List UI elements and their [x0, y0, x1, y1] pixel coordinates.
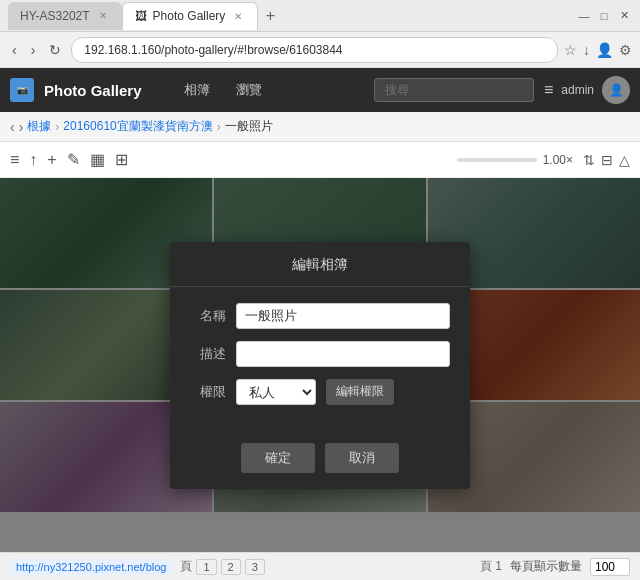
status-right: 頁 1 每頁顯示數量	[480, 558, 630, 576]
app-logo: 📷	[10, 78, 34, 102]
zoom-value: 1.00×	[543, 153, 573, 167]
logo-text: 📷	[17, 85, 28, 95]
status-url: http://ny321250.pixnet.net/blog	[10, 559, 172, 575]
confirm-button[interactable]: 確定	[241, 443, 315, 473]
header-icons: ≡ admin 👤	[544, 76, 630, 104]
tab-close-active[interactable]: ✕	[231, 9, 245, 23]
perm-label: 權限	[190, 383, 226, 401]
bc-back-arrow[interactable]: ‹	[10, 119, 15, 135]
bc-sep2: ›	[217, 120, 221, 134]
modal-title: 編輯相簿	[170, 242, 470, 287]
edit-icon[interactable]: ✎	[67, 150, 80, 169]
nav-browse[interactable]: 瀏覽	[224, 75, 274, 105]
bc-forward-arrow[interactable]: ›	[19, 119, 24, 135]
bc-current: 一般照片	[225, 118, 273, 135]
name-input[interactable]	[236, 303, 450, 329]
slideshow-icon[interactable]: ▦	[90, 150, 105, 169]
page-current-num: 1	[495, 559, 502, 573]
status-bar: http://ny321250.pixnet.net/blog 頁 1 2 3 …	[0, 552, 640, 580]
profile-icon[interactable]: 👤	[596, 42, 613, 58]
expand-icon[interactable]: △	[619, 152, 630, 168]
desc-row: 描述	[190, 341, 450, 367]
page-current-label: 頁 1	[480, 558, 502, 575]
content-area: 編輯相簿 名稱 描述 權限	[0, 178, 640, 552]
breadcrumb-bar: ‹ › 根據 › 20160610宜蘭製漆貨南方澳 › 一般照片	[0, 112, 640, 142]
page-btn-1[interactable]: 1	[196, 559, 216, 575]
page-label: 頁	[180, 558, 192, 575]
forward-button[interactable]: ›	[27, 40, 40, 60]
perm-select[interactable]: 私人 公開 自訂	[236, 379, 316, 405]
star-icon[interactable]: ☆	[564, 42, 577, 58]
name-label: 名稱	[190, 307, 226, 325]
user-avatar[interactable]: 👤	[602, 76, 630, 104]
per-page-input[interactable]	[590, 558, 630, 576]
browser-addressbar: ‹ › ↻ ☆ ↓ 👤 ⚙	[0, 32, 640, 68]
desc-label: 描述	[190, 345, 226, 363]
page-btn-3[interactable]: 3	[245, 559, 265, 575]
page-btn-2[interactable]: 2	[221, 559, 241, 575]
edit-perm-button[interactable]: 編輯權限	[326, 379, 394, 405]
edit-album-modal: 編輯相簿 名稱 描述 權限	[170, 242, 470, 489]
grid-icon[interactable]: ⊞	[115, 150, 128, 169]
tab-close-inactive[interactable]: ✕	[96, 9, 110, 23]
tab-photo-gallery[interactable]: 🖼 Photo Gallery ✕	[122, 2, 259, 30]
tab-hy-as3202t[interactable]: HY-AS3202T ✕	[8, 2, 122, 30]
close-button[interactable]: ✕	[616, 8, 632, 24]
back-button[interactable]: ‹	[8, 40, 21, 60]
app-nav: 相簿 瀏覽	[172, 75, 274, 105]
desc-input[interactable]	[236, 341, 450, 367]
app-title: Photo Gallery	[44, 82, 142, 99]
browser-titlebar: HY-AS3202T ✕ 🖼 Photo Gallery ✕ + — □ ✕	[0, 0, 640, 32]
perm-row: 權限 私人 公開 自訂 編輯權限	[190, 379, 450, 405]
nav-album[interactable]: 相簿	[172, 75, 222, 105]
view-toggle-icon[interactable]: ⊟	[601, 152, 613, 168]
list-icon[interactable]: ≡	[544, 81, 553, 99]
cancel-button[interactable]: 取消	[325, 443, 399, 473]
name-row: 名稱	[190, 303, 450, 329]
bc-sep1: ›	[55, 120, 59, 134]
per-page-label: 每頁顯示數量	[510, 558, 582, 575]
minimize-button[interactable]: —	[576, 8, 592, 24]
sort-icon[interactable]: ⇅	[583, 152, 595, 168]
zoom-control: 1.00×	[457, 153, 573, 167]
menu-icon[interactable]: ≡	[10, 151, 19, 169]
address-input[interactable]	[71, 37, 558, 63]
download-icon[interactable]: ↓	[583, 42, 590, 58]
bc-album[interactable]: 20160610宜蘭製漆貨南方澳	[63, 118, 212, 135]
modal-footer: 確定 取消	[170, 433, 470, 489]
page-nav: 頁 1 2 3	[180, 558, 264, 575]
modal-body: 名稱 描述 權限 私人 公開 自訂	[170, 287, 470, 433]
upload-icon[interactable]: ↑	[29, 151, 37, 169]
maximize-button[interactable]: □	[596, 8, 612, 24]
toolbar: ≡ ↑ + ✎ ▦ ⊞ 1.00× ⇅ ⊟ △	[0, 142, 640, 178]
modal-overlay: 編輯相簿 名稱 描述 權限	[0, 178, 640, 552]
tab-inactive-label: HY-AS3202T	[20, 9, 90, 23]
new-tab-button[interactable]: +	[258, 4, 282, 28]
zoom-slider[interactable]	[457, 158, 537, 162]
address-bar-icons: ☆ ↓ 👤 ⚙	[564, 42, 632, 58]
search-input[interactable]	[374, 78, 534, 102]
bc-root[interactable]: 根據	[27, 118, 51, 135]
settings-icon[interactable]: ⚙	[619, 42, 632, 58]
window-controls: — □ ✕	[576, 8, 632, 24]
app-header: 📷 Photo Gallery 相簿 瀏覽 ≡ admin 👤	[0, 68, 640, 112]
tab-active-label: Photo Gallery	[153, 9, 226, 23]
admin-label: admin	[561, 83, 594, 97]
add-icon[interactable]: +	[47, 151, 56, 169]
refresh-button[interactable]: ↻	[45, 40, 65, 60]
toolbar-right-icons: ⇅ ⊟ △	[583, 152, 630, 168]
